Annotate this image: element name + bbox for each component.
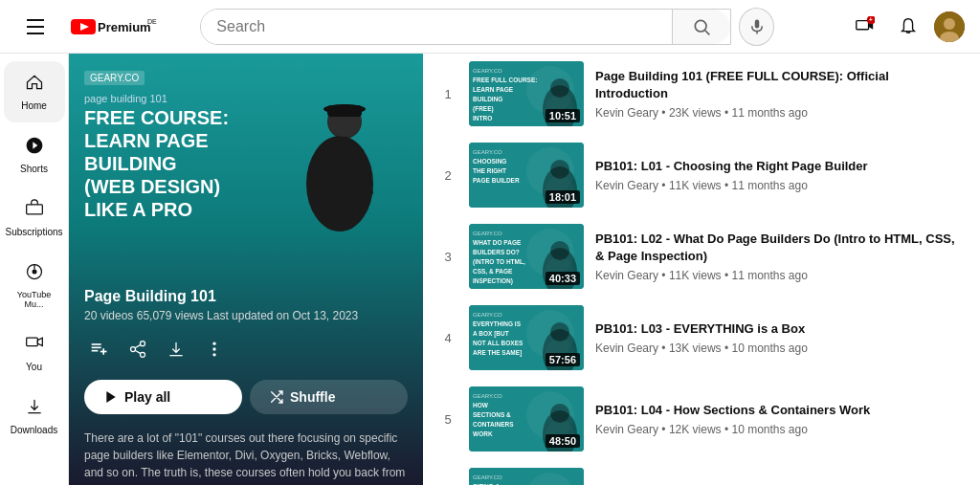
subscriptions-icon [25, 199, 44, 223]
search-input[interactable] [201, 10, 672, 44]
video-title: PB101: L03 - EVERYTHING is a Box [595, 320, 965, 338]
playlist-main-heading: Page Building 101 [84, 288, 408, 305]
video-thumbnail: GEARY.CO FREE FULL COURSE:LEARN PAGEBUIL… [469, 61, 584, 126]
sidebar-item-home[interactable]: Home [4, 61, 65, 122]
video-duration: 48:50 [546, 434, 580, 448]
video-list: 1 GEARY.CO FREE FULL COURSE:LEARN PAGEBU… [423, 54, 980, 485]
svg-marker-41 [106, 391, 115, 403]
video-info: Page Building 101 (FREE FULL COURSE): Of… [595, 68, 965, 120]
hamburger-button[interactable] [15, 8, 56, 46]
nav-center [200, 8, 774, 46]
video-info: PB101: L02 - What Do Page Builders Do (I… [595, 231, 965, 282]
video-item[interactable]: 2 GEARY.CO CHOOSINGTHE RIGHTPAGE BUILDER… [423, 135, 980, 216]
create-icon: + [854, 16, 875, 37]
video-title: PB101: L02 - What Do Page Builders Do (I… [595, 231, 965, 265]
svg-point-38 [212, 342, 215, 345]
nav-left: Premium DE [15, 8, 157, 46]
notifications-button[interactable] [890, 9, 926, 45]
video-title: Page Building 101 (FREE FULL COURSE): Of… [595, 68, 965, 102]
svg-text:DE: DE [147, 18, 157, 25]
svg-text:+: + [869, 16, 873, 23]
sidebar-item-downloads[interactable]: Downloads [4, 386, 65, 447]
sidebar: Home Shorts Subscriptions YouTube Mu... … [0, 54, 69, 485]
more-icon [205, 340, 224, 359]
downloads-icon [25, 397, 44, 421]
top-nav: Premium DE [0, 0, 980, 54]
video-number: 4 [438, 331, 457, 345]
avatar[interactable] [934, 11, 965, 42]
svg-point-59 [550, 241, 569, 260]
video-item[interactable]: 3 GEARY.CO WHAT DO PAGEBUILDERS DO?(INTR… [423, 216, 980, 298]
youtube-logo: Premium DE [71, 17, 157, 36]
playlist-description: There are a lot of "101" courses out the… [84, 430, 408, 485]
svg-point-71 [550, 404, 569, 423]
video-duration: 57:56 [546, 353, 580, 366]
shorts-icon [25, 136, 44, 160]
nav-right: + [846, 9, 965, 45]
playlist-tag: GEARY.CO [84, 71, 145, 85]
svg-rect-19 [26, 338, 37, 345]
home-icon [25, 73, 44, 97]
video-title: PB101: L04 - How Sections & Containers W… [595, 402, 965, 419]
playlist-main-title: FREE COURSE: LEARN PAGE BUILDING (WEB DE… [84, 106, 276, 221]
content-area: GEARY.CO page building 101 FREE COURSE: … [69, 54, 980, 485]
you-icon [25, 334, 44, 358]
playlist-thumbnail [268, 98, 392, 246]
svg-point-53 [550, 160, 569, 179]
video-item[interactable]: 4 GEARY.CO EVERYTHING ISA BOX [BUTNOT AL… [423, 298, 980, 379]
sidebar-item-youtube-music[interactable]: YouTube Mu... [4, 251, 65, 320]
svg-line-36 [135, 350, 141, 353]
sidebar-item-downloads-label: Downloads [11, 425, 57, 435]
svg-point-32 [141, 342, 145, 346]
video-info: PB101: L04 - How Sections & Containers W… [595, 402, 965, 436]
video-thumbnail: GEARY.CO WHAT DO PAGEBUILDERS DO?(INTRO … [469, 224, 584, 289]
video-item[interactable]: 6 GEARY.CO SIZING &RELATIVEUNITS 32:15 [423, 460, 980, 485]
video-meta: Kevin Geary • 23K views • 11 months ago [595, 106, 965, 120]
video-thumbnail: GEARY.CO SIZING &RELATIVEUNITS 32:15 [469, 468, 584, 485]
video-thumbnail: GEARY.CO EVERYTHING ISA BOX [BUTNOT ALL … [469, 305, 584, 370]
bell-icon [898, 16, 919, 37]
playlist-panel: GEARY.CO page building 101 FREE COURSE: … [69, 54, 423, 485]
svg-point-17 [32, 270, 36, 275]
svg-point-65 [550, 322, 569, 342]
video-item[interactable]: 1 GEARY.CO FREE FULL COURSE:LEARN PAGEBU… [423, 54, 980, 135]
svg-point-39 [212, 347, 215, 350]
shuffle-button[interactable]: Shuffle [250, 380, 408, 414]
svg-point-40 [212, 353, 215, 356]
play-icon [103, 389, 119, 405]
video-duration: 18:01 [546, 190, 580, 204]
add-to-queue-button[interactable] [84, 334, 115, 364]
video-number: 5 [438, 412, 457, 427]
video-info: PB101: L01 - Choosing the Right Page Bui… [595, 158, 965, 192]
youtube-music-icon [25, 262, 44, 286]
svg-point-34 [141, 352, 145, 357]
video-number: 1 [438, 87, 457, 101]
share-button[interactable] [122, 334, 153, 364]
search-button[interactable] [672, 10, 730, 44]
svg-rect-26 [327, 105, 362, 117]
svg-rect-8 [857, 20, 869, 29]
video-title: PB101: L01 - Choosing the Right Page Bui… [595, 158, 965, 175]
svg-text:Premium: Premium [98, 20, 151, 34]
video-duration: 10:51 [546, 109, 580, 122]
svg-line-35 [135, 344, 141, 347]
more-options-button[interactable] [199, 334, 230, 364]
video-thumbnail: GEARY.CO CHOOSINGTHE RIGHTPAGE BUILDER 1… [469, 143, 584, 208]
svg-point-4 [696, 20, 707, 32]
sidebar-item-shorts[interactable]: Shorts [4, 124, 65, 186]
play-all-button[interactable]: Play all [84, 380, 242, 414]
video-meta: Kevin Geary • 12K views • 10 months ago [595, 423, 965, 436]
sidebar-item-subscriptions[interactable]: Subscriptions [4, 187, 65, 249]
mic-icon [748, 18, 766, 35]
sidebar-item-you[interactable]: You [4, 322, 65, 384]
share-icon [128, 340, 147, 359]
video-number: 3 [438, 250, 457, 264]
create-button[interactable]: + [846, 9, 882, 45]
download-button[interactable] [161, 334, 191, 364]
svg-point-47 [550, 78, 569, 98]
svg-point-13 [944, 18, 955, 30]
video-item[interactable]: 5 GEARY.CO HOWSECTIONS &CONTAINERSWORK 4… [423, 379, 980, 460]
logo-area: Premium DE [71, 17, 157, 36]
mic-button[interactable] [739, 8, 774, 46]
playlist-meta: 20 videos 65,079 views Last updated on O… [84, 309, 408, 322]
